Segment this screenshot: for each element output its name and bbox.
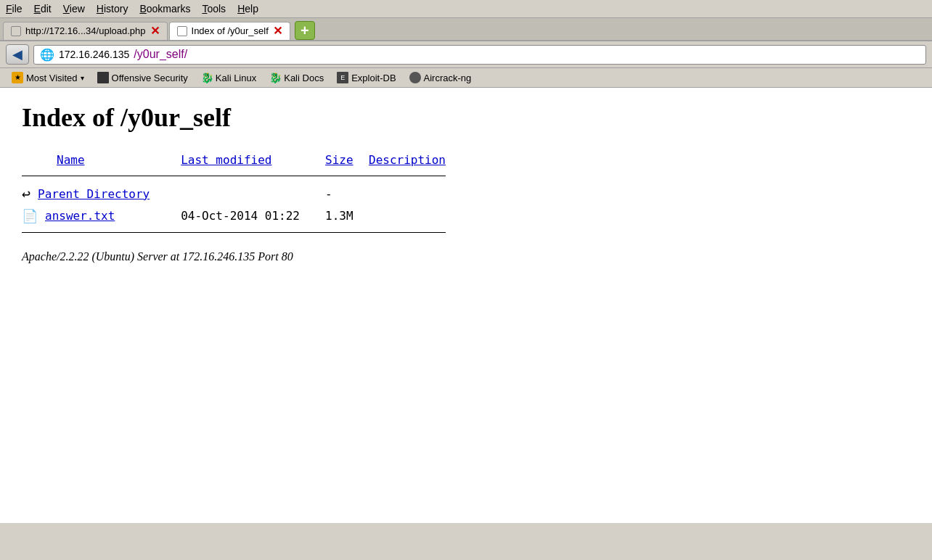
tab-index[interactable]: Index of /y0ur_self ✕ bbox=[169, 22, 290, 40]
tab-icon-upload bbox=[11, 26, 21, 36]
kali-linux-icon: 🐉 bbox=[201, 72, 213, 83]
tab-close-upload[interactable]: ✕ bbox=[150, 25, 160, 37]
bookmark-aircrack-label: Aircrack-ng bbox=[424, 73, 472, 83]
answer-txt-modified: 04-Oct-2014 01:22 bbox=[181, 205, 325, 226]
parent-dir-desc bbox=[369, 182, 457, 205]
bookmark-kali-linux-label: Kali Linux bbox=[216, 73, 256, 83]
tab-label-index: Index of /y0ur_self bbox=[192, 25, 269, 36]
bookmark-kali-linux[interactable]: 🐉 Kali Linux bbox=[195, 70, 262, 85]
answer-txt-link[interactable]: answer.txt bbox=[45, 209, 115, 223]
tab-close-index[interactable]: ✕ bbox=[273, 25, 282, 37]
table-divider-top bbox=[22, 176, 446, 176]
page-content: Index of /y0ur_self Name Last modified S… bbox=[0, 88, 932, 523]
answer-txt-icon: 📄 bbox=[22, 208, 38, 223]
bookmark-offensive-security[interactable]: Offensive Security bbox=[91, 70, 194, 85]
menu-bookmarks[interactable]: Bookmarks bbox=[139, 3, 190, 15]
answer-txt-desc bbox=[369, 205, 457, 226]
new-tab-button[interactable]: + bbox=[295, 21, 315, 40]
url-path: /y0ur_self/ bbox=[134, 48, 187, 61]
tab-upload[interactable]: http://172.16...34/upload.php ✕ bbox=[3, 22, 168, 40]
bookmark-kali-docs[interactable]: 🐉 Kali Docs bbox=[263, 70, 330, 85]
bookmark-offensive-security-label: Offensive Security bbox=[112, 73, 188, 83]
bookmarks-bar: ★ Most Visited ▾ Offensive Security 🐉 Ka… bbox=[0, 68, 932, 88]
col-header-modified[interactable]: Last modified bbox=[181, 150, 325, 170]
table-row: 📄 answer.txt 04-Oct-2014 01:22 1.3M bbox=[22, 205, 457, 226]
aircrack-icon bbox=[409, 72, 421, 83]
offensive-security-icon bbox=[97, 72, 109, 83]
answer-txt-name-cell: 📄 answer.txt bbox=[22, 205, 181, 226]
kali-docs-icon: 🐉 bbox=[269, 72, 281, 83]
parent-dir-name-cell: ↩ Parent Directory bbox=[22, 182, 181, 205]
directory-table: Name Last modified Size Description bbox=[22, 150, 457, 239]
menu-view[interactable]: View bbox=[63, 3, 85, 15]
url-base: 172.16.246.135 bbox=[59, 49, 129, 60]
page-title: Index of /y0ur_self bbox=[22, 102, 910, 133]
bookmark-most-visited-label: Most Visited bbox=[26, 73, 78, 83]
menu-tools[interactable]: Tools bbox=[202, 3, 226, 15]
menu-file[interactable]: File bbox=[6, 3, 23, 15]
most-visited-icon: ★ bbox=[12, 72, 23, 83]
answer-txt-size: 1.3M bbox=[325, 205, 369, 226]
col-header-description[interactable]: Description bbox=[369, 150, 457, 170]
parent-dir-link[interactable]: Parent Directory bbox=[38, 187, 150, 201]
tab-icon-index bbox=[177, 26, 187, 36]
menu-help[interactable]: Help bbox=[237, 3, 258, 15]
bookmark-exploit-db[interactable]: E Exploit-DB bbox=[331, 70, 401, 85]
back-button[interactable]: ◀ bbox=[6, 44, 29, 65]
col-header-size[interactable]: Size bbox=[325, 150, 369, 170]
bookmark-kali-docs-label: Kali Docs bbox=[284, 73, 324, 83]
parent-dir-icon: ↩ bbox=[22, 185, 30, 202]
parent-dir-modified bbox=[181, 182, 325, 205]
tabbar: http://172.16...34/upload.php ✕ Index of… bbox=[0, 18, 932, 41]
menu-edit[interactable]: Edit bbox=[34, 3, 52, 15]
dropdown-icon: ▾ bbox=[81, 74, 84, 82]
parent-dir-size: - bbox=[325, 182, 369, 205]
globe-icon: 🌐 bbox=[40, 48, 54, 62]
menubar: File Edit View History Bookmarks Tools H… bbox=[0, 0, 932, 18]
exploit-db-icon: E bbox=[337, 72, 348, 83]
bookmark-most-visited[interactable]: ★ Most Visited ▾ bbox=[6, 70, 90, 85]
bookmark-exploit-db-label: Exploit-DB bbox=[351, 73, 396, 83]
tab-label-upload: http://172.16...34/upload.php bbox=[25, 25, 146, 36]
url-bar[interactable]: 🌐 172.16.246.135/y0ur_self/ bbox=[33, 45, 926, 65]
table-divider-bottom bbox=[22, 232, 446, 233]
server-footer: Apache/2.2.22 (Ubuntu) Server at 172.16.… bbox=[22, 250, 910, 263]
menu-history[interactable]: History bbox=[97, 3, 128, 15]
table-row: ↩ Parent Directory - bbox=[22, 182, 457, 205]
navbar: ◀ 🌐 172.16.246.135/y0ur_self/ bbox=[0, 41, 932, 68]
col-header-name[interactable]: Name bbox=[22, 150, 181, 170]
bookmark-aircrack[interactable]: Aircrack-ng bbox=[404, 70, 478, 85]
